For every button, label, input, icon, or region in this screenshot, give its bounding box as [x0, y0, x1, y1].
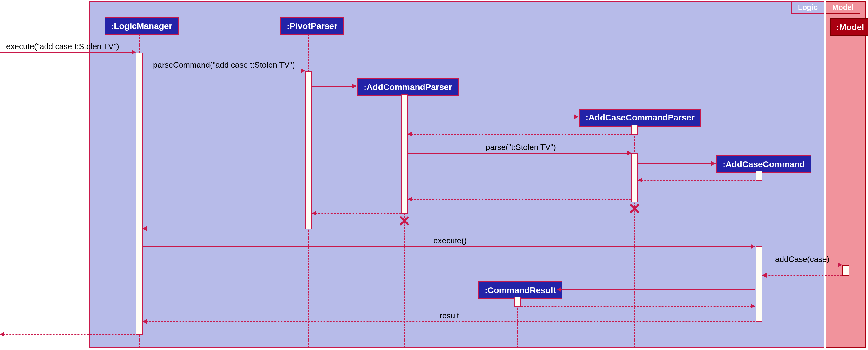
arrowhead-create-addcommandparser — [352, 84, 356, 89]
label-parse: parse("t:Stolen TV") — [486, 142, 556, 152]
arrowhead-return-acc1 — [638, 178, 642, 183]
arrow-return-out — [0, 334, 135, 335]
arrow-return-pp — [143, 229, 305, 229]
label-execute-in: execute("add case t:Stolen TV") — [6, 42, 119, 51]
arrow-execute2 — [143, 247, 755, 247]
activation-addcasecommandparser-2 — [631, 153, 638, 202]
activation-pivotparser — [305, 71, 312, 229]
arrowhead-return-model — [762, 273, 767, 278]
arrowhead-return-accp2 — [408, 197, 412, 201]
arrowhead-parsecommand — [301, 68, 305, 73]
participant-model: :Model — [830, 19, 868, 36]
arrow-create-addcommandparser — [312, 86, 356, 87]
arrowhead-create-commandresult — [557, 287, 561, 292]
destroy-addcommandparser: ✕ — [398, 212, 411, 230]
arrowhead-parse — [627, 151, 631, 156]
package-logic: Logic — [89, 1, 824, 348]
arrowhead-return-cr — [751, 304, 755, 309]
arrowhead-addcase — [838, 262, 842, 267]
arrow-parsecommand — [143, 71, 305, 71]
arrow-parse — [408, 153, 631, 154]
arrow-return-model — [762, 275, 842, 276]
activation-addcasecommand-1 — [755, 171, 762, 181]
activation-logicmanager — [136, 53, 143, 335]
activation-model — [842, 265, 849, 276]
arrow-result — [143, 321, 755, 322]
arrow-return-cr — [521, 306, 755, 307]
arrowhead-execute-in — [131, 50, 136, 55]
destroy-addcasecommandparser: ✕ — [628, 200, 641, 218]
activation-addcasecommand-2 — [755, 247, 762, 322]
arrow-addcase — [762, 265, 842, 265]
arrowhead-create-addcasecommandparser — [574, 114, 579, 119]
arrowhead-return-pp — [143, 226, 147, 231]
participant-logicmanager: :LogicManager — [104, 17, 179, 35]
label-result: result — [439, 311, 459, 320]
arrowhead-execute2 — [751, 244, 755, 249]
arrowhead-result — [143, 319, 147, 324]
participant-pivotparser: :PivotParser — [280, 17, 344, 35]
package-model-title: Model — [826, 1, 860, 13]
lifeline-model — [845, 36, 846, 348]
arrowhead-return-acp — [312, 211, 316, 216]
package-logic-title: Logic — [791, 1, 824, 13]
participant-addcasecommand: :AddCaseCommand — [716, 156, 811, 173]
arrow-return-accp1 — [408, 134, 631, 135]
arrow-create-commandresult — [557, 289, 755, 290]
participant-addcommandparser: :AddCommandParser — [357, 78, 459, 96]
participant-addcasecommandparser: :AddCaseCommandParser — [579, 109, 701, 127]
arrowhead-return-accp1 — [408, 131, 412, 136]
arrowhead-return-out — [0, 332, 4, 337]
label-execute2: execute() — [433, 236, 467, 246]
arrow-return-acp — [312, 213, 401, 214]
arrow-create-addcasecommandparser — [408, 117, 578, 117]
arrowhead-create-addcasecommand — [711, 161, 716, 166]
activation-commandresult — [514, 297, 521, 307]
activation-addcommandparser — [401, 94, 408, 214]
label-addcase: addCase(case) — [775, 254, 829, 264]
arrow-create-addcasecommand — [638, 163, 716, 164]
label-parsecommand: parseCommand("add case t:Stolen TV") — [153, 60, 295, 70]
arrow-return-accp2 — [408, 199, 631, 200]
activation-addcasecommandparser-1 — [631, 125, 638, 135]
arrow-execute-in — [0, 52, 135, 53]
arrow-return-acc1 — [638, 180, 755, 181]
